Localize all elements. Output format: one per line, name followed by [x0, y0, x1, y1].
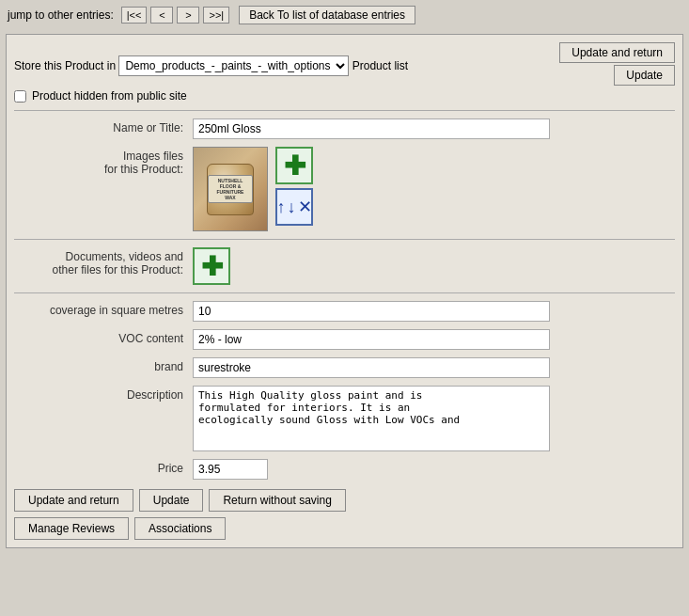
brand-row: brand [14, 357, 675, 378]
name-row: Name or Title: [14, 118, 675, 139]
store-label: Store this Product in [14, 59, 116, 72]
doc-plus-icon: ✚ [201, 251, 223, 282]
divider-1 [14, 110, 675, 111]
add-image-btn[interactable]: ✚ [275, 147, 313, 184]
store-row: Store this Product in Demo_products_-_pa… [14, 42, 675, 89]
product-image-inner: NUTSHELL FLOOR & FURNITURE WAX [194, 148, 267, 230]
associations-btn[interactable]: Associations [134, 517, 226, 540]
update-top-btn[interactable]: Update [614, 65, 675, 86]
plus-icon: ✚ [284, 150, 305, 182]
back-to-list-btn[interactable]: Back To list of database entries [239, 6, 415, 24]
return-no-save-btn[interactable]: Return without saving [209, 489, 345, 512]
arrow-up-icon: ↑ [277, 197, 286, 217]
product-image: NUTSHELL FLOOR & FURNITURE WAX [193, 147, 268, 231]
hidden-label: Product hidden from public site [32, 89, 187, 103]
update-return-bottom-btn[interactable]: Update and return [14, 489, 133, 512]
coverage-label: coverage in square metres [14, 301, 193, 317]
hidden-checkbox-row: Product hidden from public site [14, 89, 675, 103]
can-label: NUTSHELL FLOOR & FURNITURE WAX [208, 175, 253, 203]
brand-input[interactable] [193, 357, 550, 378]
jump-label: jump to other entries: [8, 8, 114, 22]
coverage-row: coverage in square metres [14, 301, 675, 322]
bottom-buttons-row1: Update and return Update Return without … [14, 489, 675, 512]
product-can: NUTSHELL FLOOR & FURNITURE WAX [207, 164, 254, 215]
manage-reviews-btn[interactable]: Manage Reviews [14, 517, 129, 540]
store-select[interactable]: Demo_products_-_paints_-_with_options [118, 55, 349, 76]
image-buttons: ✚ ↑ ↓ ✕ [275, 147, 313, 226]
nav-prev-btn[interactable]: < [150, 7, 173, 24]
docs-row: Documents, videos andother files for thi… [14, 247, 675, 285]
description-row: Description This High Quality gloss pain… [14, 386, 675, 451]
delete-icon: ✕ [298, 197, 312, 217]
arrow-down-icon: ↓ [288, 197, 296, 217]
hidden-checkbox[interactable] [14, 90, 26, 103]
description-label: Description [14, 386, 193, 402]
bottom-buttons-row2: Manage Reviews Associations [14, 517, 675, 540]
voc-label: VOC content [14, 329, 193, 345]
top-nav: jump to other entries: |<< < > >>| Back … [0, 0, 689, 30]
image-area: NUTSHELL FLOOR & FURNITURE WAX ✚ ↑ ↓ ✕ [193, 147, 313, 231]
add-doc-btn[interactable]: ✚ [193, 247, 230, 285]
nav-last-btn[interactable]: >>| [203, 7, 229, 24]
nav-first-btn[interactable]: |<< [121, 7, 148, 24]
price-input[interactable] [193, 459, 268, 480]
product-list-label: Product list [352, 59, 408, 72]
nav-next-btn[interactable]: > [177, 7, 199, 24]
images-label: Images filesfor this Product: [14, 147, 193, 176]
docs-label: Documents, videos andother files for thi… [14, 247, 193, 276]
description-textarea[interactable]: This High Quality gloss paint and is for… [193, 386, 550, 451]
price-row: Price [14, 459, 675, 480]
voc-input[interactable] [193, 329, 550, 350]
coverage-input[interactable] [193, 301, 550, 322]
update-bottom-btn[interactable]: Update [139, 489, 204, 512]
price-label: Price [14, 459, 193, 475]
divider-2 [14, 239, 675, 240]
images-row: Images filesfor this Product: NUTSHELL F… [14, 147, 675, 231]
main-container: Store this Product in Demo_products_-_pa… [6, 34, 683, 548]
voc-row: VOC content [14, 329, 675, 350]
name-label: Name or Title: [14, 118, 193, 134]
brand-label: brand [14, 357, 193, 373]
manage-image-btn[interactable]: ↑ ↓ ✕ [275, 188, 313, 226]
divider-3 [14, 292, 675, 293]
name-input[interactable] [193, 118, 550, 139]
right-buttons: Update and return Update [559, 42, 675, 89]
update-return-top-btn[interactable]: Update and return [559, 42, 675, 63]
